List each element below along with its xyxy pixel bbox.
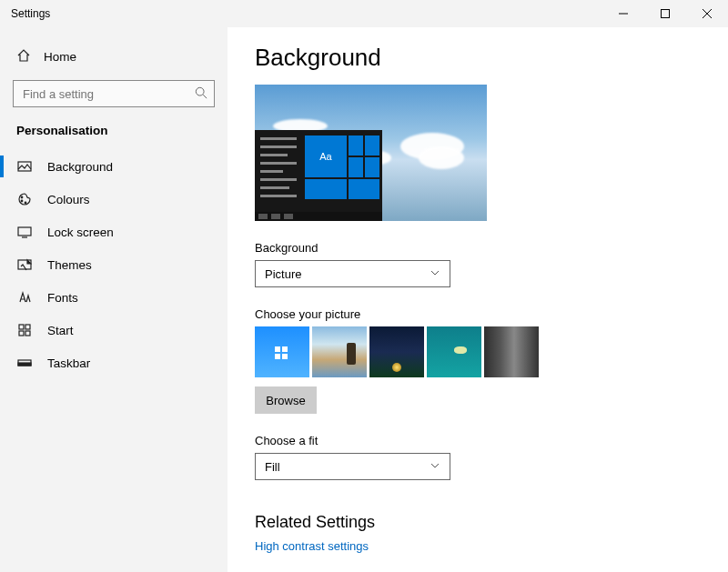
- svg-point-8: [21, 200, 23, 202]
- picture-thumb[interactable]: [427, 326, 481, 377]
- palette-icon: [16, 192, 33, 206]
- background-type-select[interactable]: Picture: [255, 260, 450, 287]
- svg-point-4: [196, 87, 204, 95]
- close-icon: [703, 9, 712, 18]
- maximize-icon: [661, 9, 670, 18]
- section-title: Personalisation: [0, 118, 228, 150]
- sidebar: Home Personalisation Background: [0, 27, 228, 572]
- svg-rect-13: [19, 325, 24, 329]
- start-icon: [16, 323, 33, 337]
- sidebar-item-fonts[interactable]: Fonts: [0, 281, 228, 314]
- window-title: Settings: [0, 7, 50, 20]
- picture-thumb[interactable]: [312, 326, 367, 377]
- fonts-icon: [16, 290, 33, 305]
- svg-rect-1: [662, 10, 670, 18]
- sidebar-item-colours[interactable]: Colours: [0, 183, 228, 216]
- sidebar-item-taskbar[interactable]: Taskbar: [0, 346, 228, 379]
- related-settings-heading: Related Settings: [255, 513, 701, 532]
- sidebar-item-label: Start: [47, 324, 74, 337]
- taskbar-icon: [16, 356, 33, 370]
- themes-icon: [16, 257, 33, 272]
- svg-rect-18: [18, 363, 31, 366]
- home-nav[interactable]: Home: [0, 40, 228, 73]
- chevron-down-icon: [430, 267, 440, 281]
- picture-thumb[interactable]: [255, 326, 309, 377]
- choose-fit-label: Choose a fit: [255, 434, 701, 447]
- choose-picture-label: Choose your picture: [255, 307, 701, 321]
- sidebar-item-start[interactable]: Start: [0, 314, 228, 346]
- home-icon: [16, 48, 31, 65]
- sidebar-item-label: Colours: [47, 193, 90, 206]
- sidebar-item-label: Background: [47, 160, 113, 174]
- picture-icon: [16, 159, 33, 174]
- picture-thumbnails: [255, 326, 701, 377]
- lockscreen-icon: [16, 225, 33, 239]
- svg-rect-10: [18, 227, 31, 236]
- fit-select[interactable]: Fill: [255, 453, 450, 480]
- chevron-down-icon: [430, 460, 440, 474]
- svg-rect-15: [19, 331, 24, 336]
- background-preview: Aa: [255, 85, 487, 221]
- sidebar-item-label: Fonts: [47, 291, 78, 305]
- background-type-label: Background: [255, 241, 701, 255]
- preview-tile-text: Aa: [305, 135, 347, 177]
- sidebar-item-background[interactable]: Background: [0, 150, 228, 183]
- svg-rect-14: [25, 325, 30, 329]
- home-label: Home: [44, 50, 76, 64]
- main-content: Background Aa: [228, 27, 728, 572]
- page-title: Background: [255, 44, 701, 72]
- sidebar-item-lockscreen[interactable]: Lock screen: [0, 216, 228, 248]
- picture-thumb[interactable]: [369, 326, 424, 377]
- close-button[interactable]: [686, 0, 728, 27]
- search-icon: [195, 86, 207, 102]
- select-value: Picture: [265, 267, 301, 281]
- minimize-icon: [619, 9, 628, 18]
- svg-rect-16: [25, 331, 30, 336]
- sidebar-item-label: Lock screen: [47, 226, 114, 239]
- maximize-button[interactable]: [644, 0, 686, 27]
- svg-point-7: [21, 196, 23, 198]
- sidebar-item-themes[interactable]: Themes: [0, 248, 228, 281]
- svg-line-5: [203, 95, 207, 98]
- title-bar: Settings: [0, 0, 728, 27]
- browse-button[interactable]: Browse: [255, 386, 317, 414]
- search-input[interactable]: [13, 80, 215, 107]
- sidebar-item-label: Themes: [47, 258, 92, 272]
- high-contrast-link[interactable]: High contrast settings: [255, 539, 701, 553]
- select-value: Fill: [265, 460, 280, 474]
- picture-thumb[interactable]: [484, 326, 539, 377]
- minimize-button[interactable]: [602, 0, 644, 27]
- sidebar-item-label: Taskbar: [47, 356, 90, 370]
- svg-point-9: [25, 202, 26, 204]
